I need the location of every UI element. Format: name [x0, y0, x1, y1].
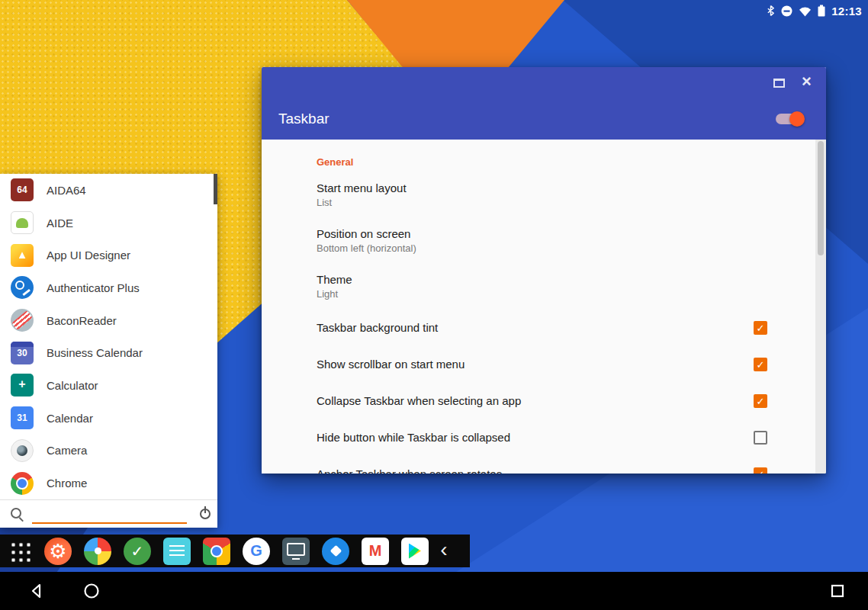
preference-checkbox[interactable]	[754, 358, 767, 371]
preference-row[interactable]: Show scrollbar on start menu	[262, 346, 815, 383]
check-app-icon[interactable]	[124, 538, 151, 565]
do-not-disturb-icon	[781, 5, 792, 17]
preference-row[interactable]: Position on screen Bottom left (horizont…	[262, 218, 815, 264]
app-row[interactable]: Calculator	[0, 369, 217, 402]
chrome-icon[interactable]	[203, 538, 230, 565]
app-row[interactable]: 30 Business Calendar	[0, 336, 217, 369]
section-header: General	[262, 140, 815, 172]
close-window-icon[interactable]	[800, 76, 814, 90]
preference-row[interactable]: Theme Light	[262, 264, 815, 310]
scrollbar-thumb[interactable]	[818, 141, 824, 255]
preference-title: Anchor Taskbar when screen rotates	[317, 467, 731, 474]
chrome-icon	[11, 472, 34, 495]
navigation-bar	[0, 572, 868, 610]
app-row[interactable]: AIDE	[0, 207, 217, 239]
app-ui-designer-icon	[11, 244, 34, 267]
status-bar: 12:13	[767, 3, 862, 18]
start-button[interactable]	[0, 535, 38, 567]
gmail-icon[interactable]: M	[362, 538, 389, 565]
business-calendar-icon: 30	[11, 342, 34, 364]
service-toggle[interactable]	[776, 114, 803, 124]
preference-subtitle: Light	[317, 287, 731, 301]
app-row[interactable]: Chrome	[0, 467, 217, 499]
aida64-icon: 64	[11, 178, 34, 201]
app-label: Calculator	[47, 379, 98, 392]
collapse-taskbar-button[interactable]	[435, 535, 453, 567]
preference-title: Collapse Taskbar when selecting an app	[317, 393, 731, 409]
apps-grid-icon	[8, 540, 31, 562]
calculator-icon	[11, 374, 34, 396]
bluetooth-icon	[767, 5, 775, 17]
search-icon	[9, 506, 24, 522]
toggle-knob	[789, 111, 805, 127]
search-bar	[0, 499, 217, 528]
settings-list: General Start menu layout List Position …	[262, 140, 815, 474]
app-list: 64 AIDA64 AIDE App UI Designer Authentic…	[0, 174, 217, 499]
preference-row[interactable]: Hide button while Taskbar is collapsed	[262, 419, 815, 456]
taskbar-app-icons: G M	[38, 535, 435, 567]
preference-row[interactable]: Anchor Taskbar when screen rotates	[262, 456, 815, 474]
play-store-icon[interactable]	[401, 538, 429, 565]
preference-checkbox[interactable]	[754, 321, 767, 335]
wifi-icon	[799, 5, 812, 17]
window-scrollbar[interactable]	[815, 140, 826, 474]
preference-title: Position on screen	[317, 226, 731, 242]
preference-list: Start menu layout List Position on scree…	[262, 172, 815, 474]
authenticator-plus-icon	[11, 276, 34, 299]
preference-checkbox[interactable]	[754, 431, 767, 445]
app-label: BaconReader	[47, 314, 117, 327]
app-row[interactable]: App UI Designer	[0, 239, 217, 271]
taskbar-settings-window: Taskbar General Start menu layout List P…	[262, 67, 826, 474]
camera-icon	[11, 439, 34, 462]
power-button-icon[interactable]	[198, 506, 213, 522]
app-row[interactable]: BaconReader	[0, 304, 217, 337]
back-button[interactable]	[18, 572, 55, 610]
search-input[interactable]	[32, 504, 187, 524]
screen: 12:13 Taskbar General Start menu layout …	[0, 0, 868, 610]
preference-title: Theme	[317, 272, 731, 287]
start-menu: 64 AIDA64 AIDE App UI Designer Authentic…	[0, 174, 217, 528]
preference-title: Show scrollbar on start menu	[317, 357, 731, 372]
battery-icon	[818, 5, 825, 17]
preference-title: Taskbar background tint	[317, 320, 731, 336]
app-label: Chrome	[47, 477, 87, 490]
app-row[interactable]: Camera	[0, 435, 217, 467]
window-title: Taskbar	[278, 111, 330, 127]
app-label: Business Calendar	[47, 346, 143, 359]
preference-subtitle: List	[317, 196, 731, 210]
taskbar: G M	[0, 535, 470, 567]
app-row[interactable]: 64 AIDA64	[0, 174, 217, 207]
home-button[interactable]	[73, 572, 110, 610]
preference-checkbox[interactable]	[754, 394, 767, 408]
preference-row[interactable]: Taskbar background tint	[262, 310, 815, 346]
blue-app-icon[interactable]	[322, 538, 349, 565]
google-icon[interactable]: G	[243, 538, 270, 565]
recents-button[interactable]	[819, 572, 856, 610]
app-label: Camera	[47, 444, 87, 457]
preference-subtitle: Bottom left (horizontal)	[317, 242, 731, 255]
preference-checkbox[interactable]	[754, 467, 767, 474]
app-row[interactable]: 31 Calendar	[0, 402, 217, 435]
baconreader-icon	[11, 309, 34, 332]
app-row[interactable]: Authenticator Plus	[0, 271, 217, 304]
note-app-icon[interactable]	[163, 538, 191, 565]
android-monitor-icon[interactable]	[282, 538, 310, 565]
preference-title: Hide button while Taskbar is collapsed	[317, 430, 731, 445]
preference-title: Start menu layout	[317, 181, 731, 196]
photos-icon[interactable]	[84, 538, 111, 565]
preference-row[interactable]: Collapse Taskbar when selecting an app	[262, 383, 815, 419]
restore-window-icon[interactable]	[773, 79, 785, 88]
app-label: Calendar	[47, 412, 93, 425]
settings-icon[interactable]	[44, 538, 72, 565]
app-label: AIDA64	[47, 184, 86, 197]
aide-icon	[11, 211, 34, 234]
preference-row[interactable]: Start menu layout List	[262, 172, 815, 218]
start-menu-scrollbar[interactable]	[214, 174, 217, 204]
window-header: Taskbar	[262, 67, 826, 140]
app-label: App UI Designer	[47, 249, 130, 262]
app-label: AIDE	[47, 217, 73, 230]
app-label: Authenticator Plus	[47, 281, 140, 294]
window-controls	[773, 76, 814, 90]
status-clock: 12:13	[831, 5, 862, 18]
calendar-icon: 31	[11, 406, 34, 429]
